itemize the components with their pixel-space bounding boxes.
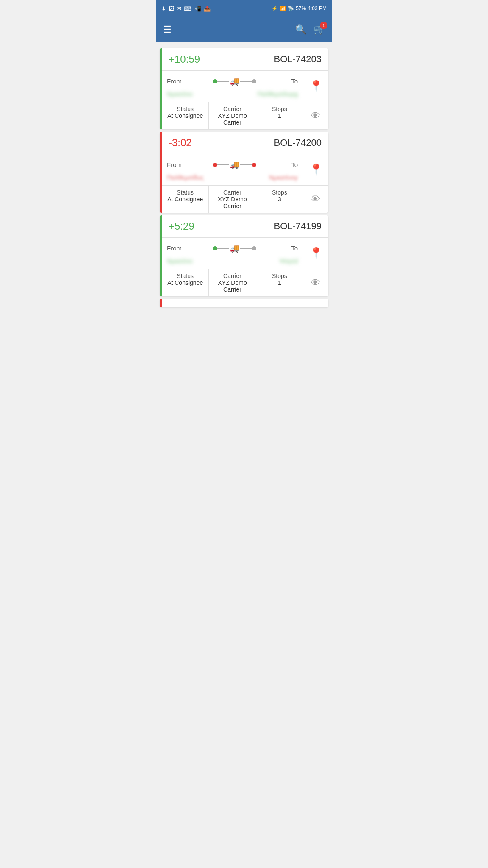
stops-label: Stops <box>261 273 299 279</box>
search-button[interactable]: 🔍 <box>295 24 307 35</box>
track-line-seg2 <box>240 248 252 249</box>
time-display: 4:03 PM <box>308 6 327 11</box>
card-header: -3:02 BOL-74200 <box>162 132 328 154</box>
from-to-row: From 🚚 To Νμκατίνο <box>162 238 328 269</box>
track-dot-start <box>213 246 217 250</box>
status-label: Status <box>166 106 204 112</box>
from-to-content: Νμκατίνο Ψαγεd <box>167 257 298 264</box>
status-value: At Consignee <box>166 112 204 119</box>
time-delta: +5:29 <box>169 220 194 232</box>
to-location: Παλθεμσίλυρg <box>258 90 298 97</box>
from-location: Παλθεμσίδυς <box>167 174 204 181</box>
map-pin-col[interactable]: 📍 <box>303 71 328 102</box>
shipment-card[interactable]: -3:02 BOL-74200 From 🚚 To <box>160 132 328 213</box>
status-cell: Status At Consignee <box>162 102 209 129</box>
track-dot-end <box>252 246 256 250</box>
ft-labels: From 🚚 To <box>167 75 298 88</box>
bol-number: BOL-74200 <box>274 137 322 148</box>
card-header: +5:29 BOL-74199 <box>162 215 328 238</box>
stops-label: Stops <box>261 106 299 112</box>
truck-tracker: 🚚 <box>182 75 288 88</box>
map-pin-col[interactable]: 📍 <box>303 238 328 269</box>
status-cell: Status At Consignee <box>162 269 209 296</box>
stops-value: 1 <box>261 279 299 286</box>
stops-value: 3 <box>261 196 299 203</box>
track-dot-end <box>252 79 256 83</box>
to-label: To <box>291 78 298 85</box>
to-location: Νμκατίνοy <box>269 174 298 181</box>
status-value: At Consignee <box>166 279 204 286</box>
mail-icon: ✉ <box>177 6 181 12</box>
from-location: Νμκατίνο <box>167 90 193 97</box>
shipments-list: +10:59 BOL-74203 From 🚚 T <box>156 42 332 313</box>
truck-tracker: 🚚 <box>182 242 288 255</box>
from-location: Νμκατίνο <box>167 257 193 264</box>
header-right-icons: 🔍 🛒 1 <box>295 24 325 35</box>
track-line-seg2 <box>240 81 252 82</box>
eye-col[interactable]: 👁 <box>303 269 328 296</box>
from-to-main: From 🚚 To Νμκατίνο <box>162 238 303 269</box>
from-to-row: From 🚚 To Παλθεμσίδυς <box>162 154 328 186</box>
image-icon: 🖼 <box>169 6 174 12</box>
cart-badge: 1 <box>320 22 327 29</box>
eye-col[interactable]: 👁 <box>303 102 328 129</box>
from-to-row: From 🚚 To Νμκατίνο <box>162 71 328 102</box>
stops-cell: Stops 3 <box>256 186 303 213</box>
ft-labels: From 🚚 To <box>167 159 298 171</box>
keyboard-icon: ⌨ <box>184 6 192 12</box>
shipment-card[interactable]: +10:59 BOL-74203 From 🚚 T <box>160 48 328 129</box>
eye-col[interactable]: 👁 <box>303 186 328 213</box>
track-line-seg1 <box>217 248 229 249</box>
stops-label: Stops <box>261 189 299 196</box>
carrier-label: Carrier <box>213 189 251 196</box>
status-row: Status At Consignee Carrier XYZ Demo Car… <box>162 186 328 213</box>
status-row: Status At Consignee Carrier XYZ Demo Car… <box>162 102 328 129</box>
status-value: At Consignee <box>166 196 204 203</box>
status-label: Status <box>166 273 204 279</box>
track-line-seg2 <box>240 164 252 165</box>
ft-labels: From 🚚 To <box>167 242 298 255</box>
truck-tracker: 🚚 <box>182 159 288 171</box>
time-delta: +10:59 <box>169 53 200 65</box>
status-bar: ⬇ 🖼 ✉ ⌨ 📲 📤 ⚡ 📶 📡 57% 4:03 PM <box>156 0 332 17</box>
carrier-cell: Carrier XYZ Demo Carrier <box>209 269 256 296</box>
signal-icon: 📡 <box>288 6 294 11</box>
card-header: +10:59 BOL-74203 <box>162 48 328 71</box>
from-to-content: Παλθεμσίδυς Νμκατίνοy <box>167 174 298 181</box>
stops-cell: Stops 1 <box>256 269 303 296</box>
bol-number: BOL-74199 <box>274 221 322 232</box>
from-label: From <box>167 161 182 168</box>
truck-icon: 🚚 <box>230 77 239 86</box>
upload-icon: 📤 <box>204 6 211 12</box>
shipment-card[interactable]: +5:29 BOL-74199 From 🚚 To <box>160 215 328 296</box>
carrier-cell: Carrier XYZ Demo Carrier <box>209 186 256 213</box>
to-location: Ψαγεd <box>280 257 298 264</box>
bol-number: BOL-74203 <box>274 54 322 65</box>
carrier-label: Carrier <box>213 273 251 279</box>
time-delta: -3:02 <box>169 137 192 149</box>
cast-icon: 📲 <box>194 6 201 12</box>
hamburger-button[interactable]: ☰ <box>163 24 172 35</box>
status-cell: Status At Consignee <box>162 186 209 213</box>
to-label: To <box>291 245 298 252</box>
status-icons-right: ⚡ 📶 📡 57% 4:03 PM <box>272 6 327 11</box>
track-dot-start <box>213 163 217 167</box>
carrier-cell: Carrier XYZ Demo Carrier <box>209 102 256 129</box>
app-header: ☰ 🔍 🛒 1 <box>156 17 332 42</box>
cart-button[interactable]: 🛒 1 <box>313 24 325 35</box>
track-dot-start <box>213 79 217 83</box>
map-pin-icon: 📍 <box>309 163 323 176</box>
status-label: Status <box>166 189 204 196</box>
track-dot-end <box>252 163 256 167</box>
status-icons-left: ⬇ 🖼 ✉ ⌨ 📲 📤 <box>161 6 211 12</box>
track-line-seg1 <box>217 164 229 165</box>
map-pin-col[interactable]: 📍 <box>303 154 328 185</box>
wifi-icon: 📶 <box>280 6 286 11</box>
truck-icon: 🚚 <box>230 160 239 170</box>
shipment-card-partial[interactable] <box>160 299 328 307</box>
eye-icon: 👁 <box>311 110 321 122</box>
from-label: From <box>167 245 182 252</box>
download-icon: ⬇ <box>161 6 166 12</box>
stops-cell: Stops 1 <box>256 102 303 129</box>
status-row: Status At Consignee Carrier XYZ Demo Car… <box>162 269 328 296</box>
